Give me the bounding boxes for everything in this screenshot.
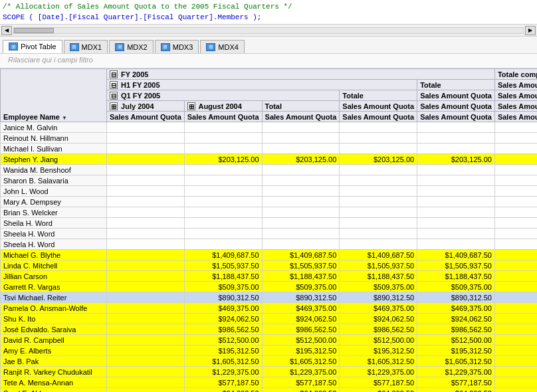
value-cell [340,144,417,154]
employee-name-cell: Shu K. Ito [1,314,107,324]
value-cell: $469,375.00 [340,303,417,314]
table-row: David R. Campbell$512,500.00$512,500.00$… [1,335,538,345]
value-cell [107,175,185,186]
value-cell [494,250,537,260]
fy-measure-header2: Sales Amount Quota [494,101,537,112]
value-cell: $195,312.50 [417,345,495,356]
employee-name-cell: Mary A. Dempsey [1,197,107,207]
employee-name-cell: Jae B. Pak [1,356,107,367]
fy-total-measure-header: Sales Amount Quota [494,112,537,122]
value-cell [494,197,537,207]
value-cell [107,260,185,271]
value-cell [107,345,185,356]
employee-name-cell: Ranjit R. Varkey Chudukatil [1,367,107,377]
table-row: Sharon B. Salavaria [1,175,538,186]
h1-expand-icon[interactable]: ⊟ [110,81,118,89]
scroll-track[interactable] [13,27,524,34]
table-row: Stephen Y. Jiang$203,125.00$203,125.00$2… [1,154,538,165]
value-cell [184,133,262,144]
q1-expand-icon[interactable]: ⊟ [110,92,118,100]
value-cell: $469,375.00 [262,303,340,314]
value-cell [340,122,417,133]
tab-mdx2[interactable]: ⊞ MDX2 [109,40,154,53]
value-cell [262,239,340,250]
value-cell: $469,375.00 [417,303,495,314]
table-row: Linda C. Mitchell$1,505,937.50$1,505,937… [1,260,538,271]
code-area: /* Allocation of Sales Amount Quota to t… [0,0,537,25]
value-cell [184,218,262,229]
employee-name-cell: Garrett R. Vargas [1,282,107,292]
tab-mdx3[interactable]: ⊞ MDX3 [155,40,199,53]
tab-pivot-table[interactable]: ⊞ Pivot Table [3,40,62,53]
august-expand-icon[interactable]: ⊞ [187,102,195,110]
value-cell [494,229,537,239]
value-cell: $986,562.50 [417,324,495,335]
value-cell [494,175,537,186]
value-cell [494,282,537,292]
table-row: José Edvaldo. Saraiva$986,562.50$986,562… [1,324,538,335]
value-cell: $1,409,687.50 [262,250,340,260]
h1-total-measure-header: Sales Amount Quota [417,112,495,122]
value-cell [107,144,185,154]
value-cell [494,239,537,250]
table-row: Janice M. Galvin [1,122,538,133]
scroll-left-btn[interactable]: ◀ [1,26,12,35]
value-cell: $924,062.50 [262,314,340,324]
table-row: Amy E. Alberts$195,312.50$195,312.50$195… [1,345,538,356]
employee-name-cell: Sharon B. Salavaria [1,175,107,186]
code-scope: SCOPE ( [Date].[Fiscal Quarter].[Fiscal … [3,12,534,23]
value-cell [107,356,185,367]
fy-totale-header: Sales Amount Quota [494,90,537,101]
value-cell [340,175,417,186]
value-cell [494,165,537,175]
pivot-table-container[interactable]: Employee Name ▼ ⊟ FY 2005 Totale comples… [0,68,537,392]
value-cell [107,335,185,345]
tab-mdx1[interactable]: ⊞ MDX1 [64,40,108,53]
value-cell: $509,375.00 [262,282,340,292]
value-cell: $64,062.50 [340,388,417,393]
value-cell: $1,409,687.50 [417,250,495,260]
value-cell: $890,312.50 [184,292,262,303]
filter-drop-area[interactable]: Rilasciare qui i campi filtro [0,54,537,68]
horizontal-scrollbar[interactable]: ◀ ▶ [0,25,537,37]
july-expand-icon[interactable]: ⊞ [110,102,118,110]
value-cell [494,367,537,377]
value-cell: $1,229,375.00 [184,367,262,377]
value-cell [262,133,340,144]
q1-totale-header: Totale [340,90,417,101]
value-cell [107,207,185,218]
value-cell [494,292,537,303]
value-cell: $1,188,437.50 [340,271,417,282]
value-cell [107,165,185,175]
value-cell [417,229,495,239]
value-cell [107,292,185,303]
value-cell [494,314,537,324]
value-cell: $509,375.00 [184,282,262,292]
value-cell: $64,062.50 [184,388,262,393]
table-row: Brian S. Welcker [1,207,538,218]
employee-name-cell: Michael I. Sullivan [1,144,107,154]
august2004-header: ⊞ August 2004 [184,101,262,112]
value-cell [107,133,185,144]
value-cell [107,197,185,207]
value-cell [262,207,340,218]
value-cell: $512,500.00 [184,335,262,345]
value-cell [107,122,185,133]
table-row: Wanida M. Benshoof [1,165,538,175]
tab-mdx4[interactable]: ⊞ MDX4 [200,40,245,53]
value-cell: $890,312.50 [417,292,495,303]
value-cell [417,133,495,144]
value-cell [494,133,537,144]
mdx2-icon: ⊞ [115,43,124,51]
value-cell [107,388,185,393]
fy2005-header: ⊟ FY 2005 [107,69,495,80]
value-cell: $203,125.00 [184,154,262,165]
table-row: Tsvi Michael. Reiter$890,312.50$890,312.… [1,292,538,303]
scroll-right-btn[interactable]: ▶ [525,26,536,35]
fy-expand-icon[interactable]: ⊟ [110,70,118,78]
value-cell [340,218,417,229]
employee-name-cell: Janice M. Galvin [1,122,107,133]
value-cell: $203,125.00 [417,154,495,165]
scroll-thumb[interactable] [14,28,54,33]
sort-icon[interactable]: ▼ [62,115,67,121]
